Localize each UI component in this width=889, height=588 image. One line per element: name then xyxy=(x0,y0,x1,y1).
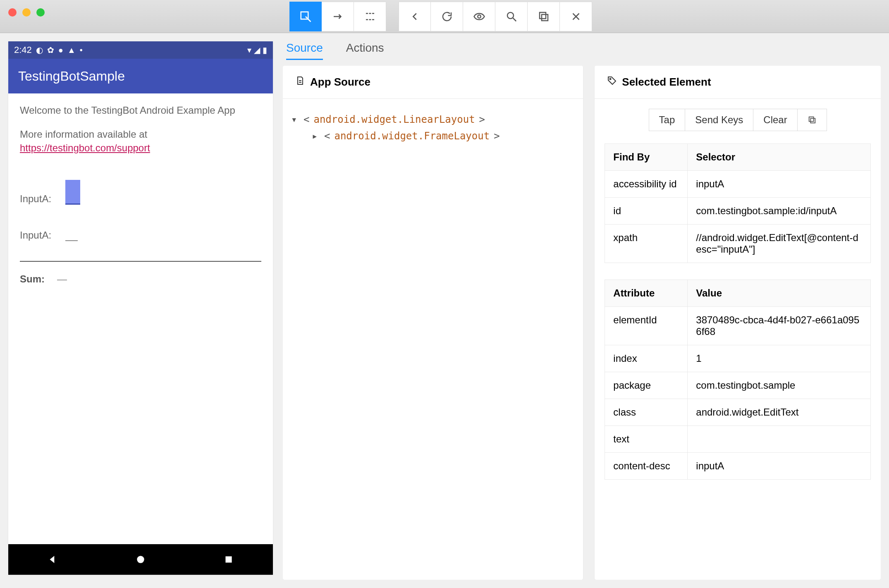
copy-button[interactable] xyxy=(798,109,827,131)
attr-header-col1: Attribute xyxy=(605,280,688,307)
wifi-icon: ▾ xyxy=(247,45,251,55)
quit-button[interactable] xyxy=(560,2,592,31)
document-icon xyxy=(295,76,305,88)
table-row: text xyxy=(605,426,871,453)
status-sync-icon: ◐ xyxy=(36,45,43,55)
status-time: 2:42 xyxy=(14,45,32,55)
main-toolbar xyxy=(289,2,592,31)
tab-actions[interactable]: Actions xyxy=(346,41,384,60)
tag-icon xyxy=(607,76,617,88)
app-body: Welcome to the TestingBot Android Exampl… xyxy=(8,93,273,544)
back-button[interactable] xyxy=(399,2,431,31)
window-minimize-button[interactable] xyxy=(22,8,31,17)
caret-right-icon[interactable]: ▸ xyxy=(312,130,320,142)
android-app-bar: TestingBotSample xyxy=(8,59,273,93)
input-b-field[interactable] xyxy=(65,225,78,241)
input-a-field[interactable] xyxy=(65,180,80,205)
inspector-tabs: Source Actions xyxy=(283,41,881,66)
table-row: index 1 xyxy=(605,345,871,372)
battery-icon: ▮ xyxy=(263,45,267,55)
findby-header-col1: Find By xyxy=(605,144,688,171)
app-title: TestingBotSample xyxy=(18,69,125,84)
tab-source[interactable]: Source xyxy=(286,41,323,60)
table-row: package com.testingbot.sample xyxy=(605,372,871,399)
android-nav-bar xyxy=(8,544,273,575)
window-maximize-button[interactable] xyxy=(36,8,45,17)
window-traffic-lights xyxy=(8,8,45,17)
app-source-title: App Source xyxy=(310,76,370,88)
copy-xml-button[interactable] xyxy=(528,2,560,31)
select-element-button[interactable] xyxy=(289,2,322,31)
tap-button[interactable]: Tap xyxy=(649,109,686,131)
nav-recent-icon[interactable] xyxy=(222,553,235,566)
attribute-table: Attribute Value elementId 3870489c-cbca-… xyxy=(605,280,871,480)
status-dot-icon: ● xyxy=(58,45,63,55)
findby-header-col2: Selector xyxy=(688,144,871,171)
refresh-button[interactable] xyxy=(431,2,463,31)
input-b-label: InputA: xyxy=(20,229,57,241)
signal-icon: ◢ xyxy=(254,45,260,55)
window-close-button[interactable] xyxy=(8,8,17,17)
table-row: id com.testingbot.sample:id/inputA xyxy=(605,198,871,225)
selected-element-panel: Selected Element Tap Send Keys Clear Fin… xyxy=(595,66,881,580)
input-a-label: InputA: xyxy=(20,193,57,205)
sum-label: Sum: xyxy=(20,273,45,285)
caret-down-icon[interactable]: ▾ xyxy=(291,114,299,125)
svg-point-1 xyxy=(478,15,481,18)
device-preview: 2:42 ◐ ✿ ● ▲ • ▾ ◢ ▮ TestingBotSample We… xyxy=(8,41,273,575)
welcome-text: Welcome to the TestingBot Android Exampl… xyxy=(20,103,261,117)
search-button[interactable] xyxy=(495,2,528,31)
app-source-panel: App Source ▾ <android.widget.LinearLayou… xyxy=(283,66,583,580)
more-info-text: More information available at https://te… xyxy=(20,127,261,155)
table-row: class android.widget.EditText xyxy=(605,399,871,426)
svg-rect-9 xyxy=(809,117,813,122)
svg-point-7 xyxy=(610,79,611,80)
status-settings-icon: ✿ xyxy=(47,45,54,55)
selected-element-title: Selected Element xyxy=(622,76,711,88)
tree-node-framelayout[interactable]: ▸ <android.widget.FrameLayout> xyxy=(312,128,575,144)
swipe-button[interactable] xyxy=(322,2,354,31)
nav-home-icon[interactable] xyxy=(134,553,147,566)
svg-rect-3 xyxy=(542,14,548,21)
tap-coordinates-button[interactable] xyxy=(354,2,386,31)
table-row: accessibility id inputA xyxy=(605,171,871,198)
table-row: content-desc inputA xyxy=(605,453,871,480)
element-actions: Tap Send Keys Clear xyxy=(605,109,871,131)
svg-rect-8 xyxy=(810,118,815,123)
svg-rect-4 xyxy=(540,12,546,19)
tree-node-linearlayout[interactable]: ▾ <android.widget.LinearLayout> xyxy=(291,111,575,128)
window-titlebar xyxy=(0,0,889,33)
table-row: elementId 3870489c-cbca-4d4f-b027-e661a0… xyxy=(605,307,871,345)
find-by-table: Find By Selector accessibility id inputA… xyxy=(605,143,871,263)
record-toggle-button[interactable] xyxy=(463,2,495,31)
sum-value: — xyxy=(57,273,67,285)
status-warning-icon: ▲ xyxy=(67,45,76,55)
nav-back-icon[interactable] xyxy=(46,553,59,566)
svg-point-5 xyxy=(137,556,144,563)
clear-button[interactable]: Clear xyxy=(753,109,797,131)
svg-point-2 xyxy=(507,12,514,19)
svg-rect-6 xyxy=(226,556,232,562)
attr-header-col2: Value xyxy=(688,280,871,307)
xml-tree: ▾ <android.widget.LinearLayout> ▸ <andro… xyxy=(283,99,583,157)
form-divider xyxy=(20,261,261,262)
android-status-bar: 2:42 ◐ ✿ ● ▲ • ▾ ◢ ▮ xyxy=(8,41,273,59)
support-link[interactable]: https://testingbot.com/support xyxy=(20,142,150,153)
table-row: xpath //android.widget.EditText[@content… xyxy=(605,225,871,263)
send-keys-button[interactable]: Send Keys xyxy=(685,109,753,131)
status-more-icon: • xyxy=(80,45,83,55)
